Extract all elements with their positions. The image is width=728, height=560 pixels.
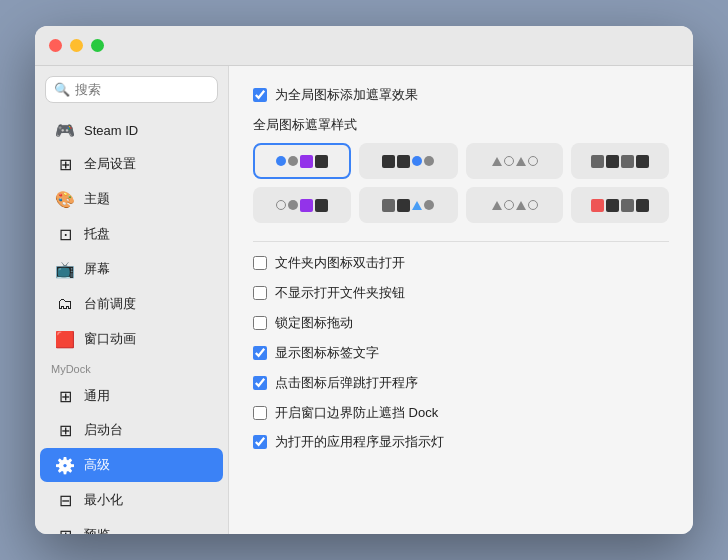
sidebar: 🔍 🎮 Steam ID ⊞ 全局设置 🎨 主题 ⊡ 托盘 📺 屏幕 [35,66,229,534]
advanced-icon: ⚙️ [54,454,76,476]
click-bounce-checkbox[interactable] [253,376,267,390]
close-button[interactable] [49,39,62,52]
overlay-label: 为全局图标添加遮罩效果 [275,86,418,104]
open-folder-label: 文件夹内图标双击打开 [275,254,405,272]
global-settings-icon: ⊞ [54,153,76,175]
click-bounce-row[interactable]: 点击图标后弹跳打开程序 [253,374,669,392]
sidebar-item-launchpad[interactable]: ⊞ 启动台 [40,414,223,447]
lock-drag-label: 锁定图标拖动 [275,314,353,332]
style-btn-7[interactable] [466,187,563,223]
icon-styles-grid [253,143,669,223]
sidebar-item-steam-id[interactable]: 🎮 Steam ID [40,113,223,146]
lock-drag-row[interactable]: 锁定图标拖动 [253,314,669,332]
minimize-icon: ⊟ [54,489,76,511]
sidebar-item-label: 启动台 [84,421,123,439]
style-preview-7 [492,200,538,210]
hide-open-btn-label: 不显示打开文件夹按钮 [275,284,405,302]
preview-icon: ⊞ [54,524,76,534]
sidebar-item-label: 高级 [84,456,110,474]
sidebar-item-label: 预览 [84,526,110,534]
style-preview-1 [276,155,328,168]
tray-icon: ⊡ [54,223,76,245]
indicator-label: 为打开的应用程序显示指示灯 [275,433,444,451]
sidebar-item-preview[interactable]: ⊞ 预览 [40,518,223,534]
overlay-style-label: 全局图标遮罩样式 [253,116,669,134]
style-btn-8[interactable] [571,187,669,223]
sidebar-item-tray[interactable]: ⊡ 托盘 [40,217,223,251]
sidebar-item-advanced[interactable]: ⚙️ 高级 [40,448,223,482]
sidebar-item-label: 托盘 [84,225,110,243]
launchpad-icon: ⊞ [54,420,76,441]
maximize-button[interactable] [91,39,104,52]
sidebar-item-global-settings[interactable]: ⊞ 全局设置 [40,147,223,181]
steam-id-icon: 🎮 [54,119,76,140]
settings-window: 🔍 🎮 Steam ID ⊞ 全局设置 🎨 主题 ⊡ 托盘 📺 屏幕 [35,26,693,534]
sidebar-item-label: 窗口动画 [84,330,136,348]
style-preview-6 [382,199,434,212]
style-preview-2 [382,155,434,168]
screen-icon: 📺 [54,258,76,280]
style-btn-5[interactable] [253,187,351,223]
sidebar-item-foreground[interactable]: 🗂 台前调度 [40,287,223,321]
sidebar-item-screen[interactable]: 📺 屏幕 [40,252,223,286]
style-btn-2[interactable] [359,143,457,179]
style-preview-3 [492,156,538,166]
sidebar-item-label: 通用 [84,387,110,405]
open-folder-checkbox[interactable] [253,256,267,270]
sidebar-item-window-anim[interactable]: 🟥 窗口动画 [40,322,223,356]
indicator-row[interactable]: 为打开的应用程序显示指示灯 [253,433,669,451]
general-icon: ⊞ [54,385,76,407]
hide-open-btn-checkbox[interactable] [253,286,267,300]
style-preview-4 [591,155,649,168]
search-input[interactable] [75,82,209,97]
minimize-button[interactable] [70,39,83,52]
main-panel: 为全局图标添加遮罩效果 全局图标遮罩样式 [229,66,693,534]
window-border-checkbox[interactable] [253,406,267,420]
foreground-icon: 🗂 [54,293,76,315]
click-bounce-label: 点击图标后弹跳打开程序 [275,374,418,392]
sidebar-item-label: Steam ID [84,123,138,138]
window-border-row[interactable]: 开启窗口边界防止遮挡 Dock [253,404,669,421]
overlay-checkbox-row[interactable]: 为全局图标添加遮罩效果 [253,86,669,104]
style-btn-1[interactable] [253,143,351,179]
style-btn-4[interactable] [571,143,669,179]
titlebar [35,26,693,66]
hide-open-btn-row[interactable]: 不显示打开文件夹按钮 [253,284,669,302]
style-btn-6[interactable] [359,187,457,223]
main-content: 🔍 🎮 Steam ID ⊞ 全局设置 🎨 主题 ⊡ 托盘 📺 屏幕 [35,66,693,534]
lock-drag-checkbox[interactable] [253,316,267,330]
sidebar-item-general[interactable]: ⊞ 通用 [40,379,223,413]
show-label-row[interactable]: 显示图标标签文字 [253,344,669,362]
show-label-checkbox[interactable] [253,346,267,360]
sidebar-item-label: 最小化 [84,491,123,509]
sidebar-item-label: 主题 [84,190,110,208]
indicator-checkbox[interactable] [253,435,267,449]
show-label-label: 显示图标标签文字 [275,344,379,362]
sidebar-item-label: 全局设置 [84,155,136,173]
sidebar-item-label: 台前调度 [84,295,136,313]
sidebar-item-label: 屏幕 [84,260,110,278]
sidebar-item-minimize[interactable]: ⊟ 最小化 [40,483,223,517]
search-icon: 🔍 [54,82,70,97]
window-border-label: 开启窗口边界防止遮挡 Dock [275,404,438,421]
style-preview-8 [591,199,649,212]
window-anim-icon: 🟥 [54,328,76,350]
mydock-section-label: MyDock [35,357,228,378]
search-bar[interactable]: 🔍 [45,76,218,103]
overlay-checkbox[interactable] [253,88,267,102]
sidebar-item-theme[interactable]: 🎨 主题 [40,182,223,216]
divider [253,241,669,242]
style-preview-5 [276,199,328,212]
theme-icon: 🎨 [54,188,76,210]
style-btn-3[interactable] [466,143,563,179]
open-folder-row[interactable]: 文件夹内图标双击打开 [253,254,669,272]
